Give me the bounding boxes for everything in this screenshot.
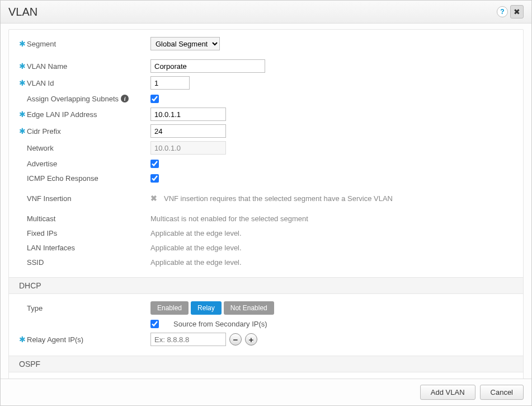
advertise-checkbox[interactable]: [150, 160, 159, 168]
close-button[interactable]: ✖: [510, 5, 524, 18]
row-cidr: ✱Cidr Prefix: [19, 123, 513, 139]
vnf-note: VNF insertion requires that the selected…: [164, 194, 393, 203]
dhcp-header: DHCP: [9, 277, 523, 294]
row-vnf: VNF Insertion ✖ VNF insertion requires t…: [19, 191, 513, 206]
row-segment: ✱Segment Global Segment: [19, 35, 513, 52]
vlan-name-input[interactable]: [150, 59, 265, 73]
row-ssid: SSID Applicable at the edge level.: [19, 255, 513, 269]
label-lan-interfaces: LAN Interfaces: [27, 244, 75, 252]
row-vlan-name: ✱VLAN Name: [19, 58, 513, 74]
required-icon: ✱: [19, 39, 27, 48]
label-segment: Segment: [27, 40, 56, 48]
row-edge-lan-ip: ✱Edge LAN IP Address: [19, 106, 513, 123]
dhcp-type-group: Enabled Relay Not Enabled: [150, 301, 274, 315]
required-icon: ✱: [19, 335, 27, 344]
segment-select[interactable]: Global Segment: [150, 37, 220, 50]
label-vlan-id: VLAN Id: [27, 79, 54, 87]
label-dhcp-type: Type: [27, 304, 43, 312]
help-button[interactable]: ?: [497, 6, 508, 17]
row-multicast: Multicast Multicast is not enabled for t…: [19, 211, 513, 226]
dialog-body: ✱Segment Global Segment ✱VLAN Name: [1, 24, 531, 379]
label-icmp: ICMP Echo Response: [27, 174, 98, 183]
vlan-dialog: VLAN ? ✖ ✱Segment Global Segment ✱VLAN: [0, 0, 532, 406]
info-icon[interactable]: i: [121, 95, 129, 102]
row-advertise: Advertise: [19, 156, 513, 171]
label-network: Network: [27, 144, 54, 152]
label-source-secondary: Source from Secondary IP(s): [173, 320, 267, 328]
row-source-secondary: Source from Secondary IP(s): [19, 316, 513, 331]
label-edge-lan-ip: Edge LAN IP Address: [27, 110, 97, 119]
label-assign-overlap: Assign Overlapping Subnets: [27, 95, 119, 103]
required-icon: ✱: [19, 127, 27, 136]
remove-relay-button[interactable]: −: [229, 333, 242, 346]
add-vlan-button[interactable]: Add VLAN: [420, 385, 475, 400]
fixed-ips-note: Applicable at the edge level.: [150, 229, 242, 237]
label-vlan-name: VLAN Name: [27, 62, 67, 71]
row-vlan-id: ✱VLAN Id: [19, 74, 513, 91]
network-input: [150, 141, 226, 155]
label-fixed-ips: Fixed IPs: [27, 229, 57, 237]
label-relay-agent: Relay Agent IP(s): [27, 335, 83, 344]
dialog-footer: Add VLAN Cancel: [1, 379, 531, 405]
form-panel: ✱Segment Global Segment ✱VLAN Name: [8, 29, 524, 379]
multicast-note: Multicast is not enabled for the selecte…: [150, 214, 308, 223]
label-advertise: Advertise: [27, 160, 57, 168]
dhcp-enabled-button[interactable]: Enabled: [150, 301, 189, 315]
icmp-checkbox[interactable]: [150, 174, 159, 183]
dhcp-relay-button[interactable]: Relay: [191, 301, 222, 315]
lan-interfaces-note: Applicable at the edge level.: [150, 244, 242, 252]
label-vnf: VNF Insertion: [27, 194, 71, 203]
source-secondary-checkbox[interactable]: [150, 320, 159, 328]
vlan-id-input[interactable]: [150, 76, 190, 90]
dialog-header-actions: ? ✖: [497, 5, 524, 18]
relay-agent-input[interactable]: [150, 333, 226, 346]
required-icon: ✱: [19, 110, 27, 119]
required-icon: ✱: [19, 78, 27, 87]
dhcp-not-enabled-button[interactable]: Not Enabled: [224, 301, 274, 315]
add-relay-button[interactable]: +: [245, 333, 257, 346]
edge-lan-ip-input[interactable]: [150, 108, 226, 121]
close-icon: ✖: [514, 7, 520, 16]
row-assign-overlap: Assign Overlapping Subnetsi: [19, 91, 513, 106]
dialog-title: VLAN: [8, 6, 37, 18]
row-icmp: ICMP Echo Response: [19, 171, 513, 185]
row-dhcp-type: Type Enabled Relay Not Enabled: [19, 300, 513, 316]
label-ssid: SSID: [27, 258, 44, 267]
dialog-header: VLAN ? ✖: [1, 1, 531, 24]
assign-overlap-checkbox[interactable]: [150, 95, 159, 103]
row-lan-interfaces: LAN Interfaces Applicable at the edge le…: [19, 240, 513, 255]
row-network: Network: [19, 139, 513, 156]
ospf-header: OSPF: [9, 356, 523, 372]
cidr-input[interactable]: [150, 124, 226, 138]
cancel-button[interactable]: Cancel: [480, 385, 524, 400]
label-cidr: Cidr Prefix: [27, 127, 61, 136]
disabled-icon: ✖: [150, 194, 159, 203]
row-fixed-ips: Fixed IPs Applicable at the edge level.: [19, 226, 513, 240]
ssid-note: Applicable at the edge level.: [150, 258, 242, 267]
label-multicast: Multicast: [27, 214, 55, 223]
required-icon: ✱: [19, 62, 27, 71]
row-relay-agent: ✱Relay Agent IP(s) − +: [19, 331, 513, 348]
